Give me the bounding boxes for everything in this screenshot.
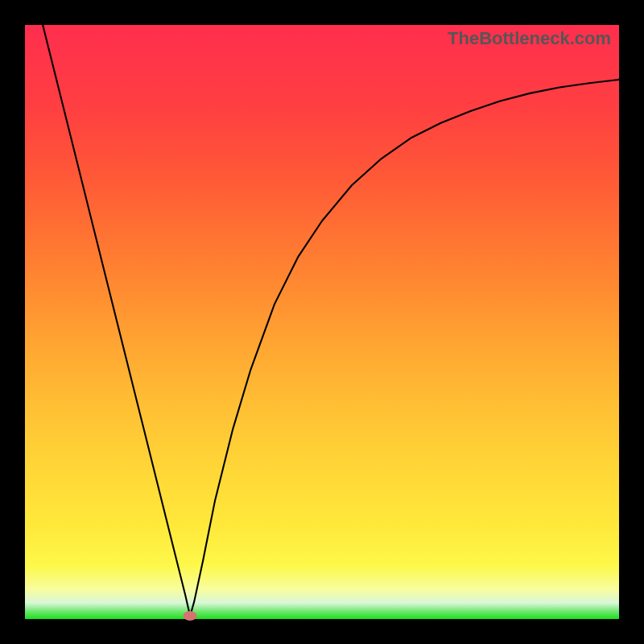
curve-layer <box>25 25 619 619</box>
plot-area: TheBottleneck.com <box>25 25 619 619</box>
chart-frame: TheBottleneck.com <box>0 0 644 644</box>
minimum-marker <box>184 611 197 621</box>
bottleneck-curve <box>43 25 619 616</box>
